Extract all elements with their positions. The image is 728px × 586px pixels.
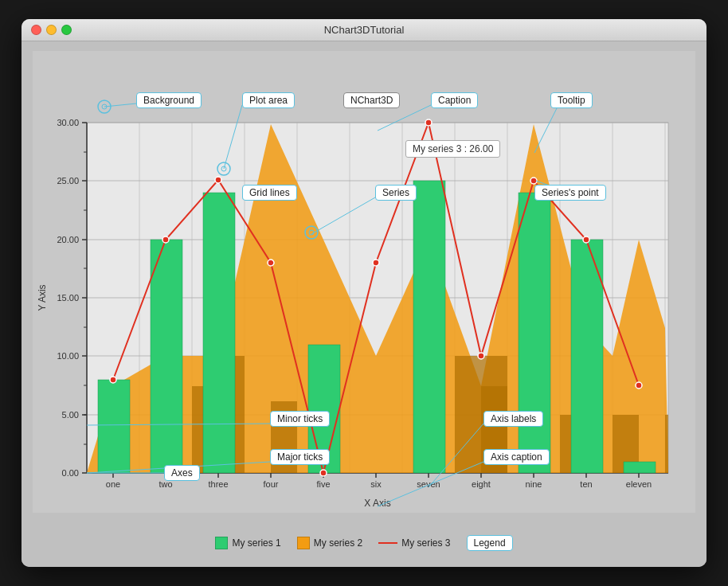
legend-item-series3: My series 3 <box>378 537 450 549</box>
legend-line-series3 <box>378 542 397 544</box>
svg-text:ten: ten <box>580 479 592 489</box>
chart-area: My series 3 : 26.00 Background Plot area… <box>33 51 695 556</box>
svg-text:three: three <box>208 479 228 489</box>
svg-text:nine: nine <box>526 479 542 489</box>
series-point-label[interactable]: Series's point <box>534 185 606 201</box>
svg-text:5.00: 5.00 <box>62 410 79 420</box>
main-chart-svg: 0.00 5.00 10.00 15.00 20.00 25.00 30.00 … <box>33 51 695 529</box>
svg-rect-82 <box>624 462 656 473</box>
legend-item-series1: My series 1 <box>215 537 280 549</box>
svg-text:20.00: 20.00 <box>57 235 79 244</box>
nchart3d-label[interactable]: NChart3D <box>343 92 400 108</box>
svg-text:25.00: 25.00 <box>57 176 79 186</box>
axes-label[interactable]: Axes <box>164 465 200 481</box>
svg-point-85 <box>215 177 221 183</box>
close-button[interactable] <box>31 25 41 35</box>
svg-point-92 <box>583 236 589 243</box>
legend-label-series1: My series 1 <box>232 537 280 549</box>
svg-point-89 <box>425 119 432 126</box>
svg-text:30.00: 30.00 <box>57 118 79 127</box>
svg-marker-74 <box>665 415 668 473</box>
maximize-button[interactable] <box>61 25 72 35</box>
minor-ticks-label[interactable]: Minor ticks <box>270 411 330 427</box>
svg-rect-79 <box>413 181 445 473</box>
svg-text:five: five <box>316 479 330 489</box>
svg-text:10.00: 10.00 <box>57 351 79 361</box>
legend-color-series1 <box>215 537 228 549</box>
svg-text:four: four <box>264 479 279 489</box>
legend-item-series2: My series 2 <box>297 537 362 549</box>
svg-point-83 <box>110 377 116 383</box>
svg-point-88 <box>373 260 379 266</box>
legend-color-series2 <box>297 537 310 549</box>
content-area: My series 3 : 26.00 Background Plot area… <box>22 41 706 567</box>
legend-label-series2: My series 2 <box>314 537 362 549</box>
window-controls[interactable] <box>31 25 72 35</box>
svg-text:15.00: 15.00 <box>57 293 79 303</box>
major-ticks-label[interactable]: Major ticks <box>270 449 330 465</box>
svg-text:0.00: 0.00 <box>62 468 79 478</box>
svg-point-84 <box>162 236 169 243</box>
svg-text:seven: seven <box>417 479 440 489</box>
titlebar: NChart3DTutorial <box>22 19 706 41</box>
legend-area: My series 1 My series 2 My series 3 Lege… <box>33 529 695 556</box>
app-window: NChart3DTutorial My series 3 : 26.00 Bac… <box>22 19 706 567</box>
axis-labels-label[interactable]: Axis labels <box>483 411 543 427</box>
legend-label-box[interactable]: Legend <box>467 535 513 551</box>
svg-rect-76 <box>151 240 182 473</box>
svg-rect-80 <box>519 193 550 473</box>
svg-point-93 <box>636 382 642 389</box>
svg-rect-77 <box>203 193 235 473</box>
svg-point-91 <box>530 178 537 184</box>
tooltip-box: My series 3 : 26.00 <box>405 140 500 158</box>
axis-caption-label[interactable]: Axis caption <box>483 449 550 465</box>
legend-annotation: Legend <box>474 537 506 549</box>
svg-point-87 <box>320 470 327 476</box>
plot-area-label[interactable]: Plot area <box>242 92 295 108</box>
svg-text:X Axis: X Axis <box>364 498 390 509</box>
svg-point-90 <box>478 353 484 359</box>
background-label[interactable]: Background <box>136 92 202 108</box>
legend-label-series3: My series 3 <box>401 537 450 549</box>
svg-text:one: one <box>106 479 120 489</box>
svg-text:eight: eight <box>472 479 491 489</box>
svg-point-86 <box>268 260 274 266</box>
svg-rect-75 <box>98 380 130 473</box>
svg-text:eleven: eleven <box>626 479 652 489</box>
tooltip-text: My series 3 : 26.00 <box>413 143 493 154</box>
svg-text:Y Axis: Y Axis <box>37 284 48 311</box>
svg-text:six: six <box>370 479 382 489</box>
tooltip-label[interactable]: Tooltip <box>550 92 593 108</box>
minimize-button[interactable] <box>46 25 57 35</box>
grid-lines-label[interactable]: Grid lines <box>242 185 297 201</box>
caption-label[interactable]: Caption <box>431 92 478 108</box>
series-label[interactable]: Series <box>375 185 417 201</box>
window-title: NChart3DTutorial <box>324 24 405 36</box>
